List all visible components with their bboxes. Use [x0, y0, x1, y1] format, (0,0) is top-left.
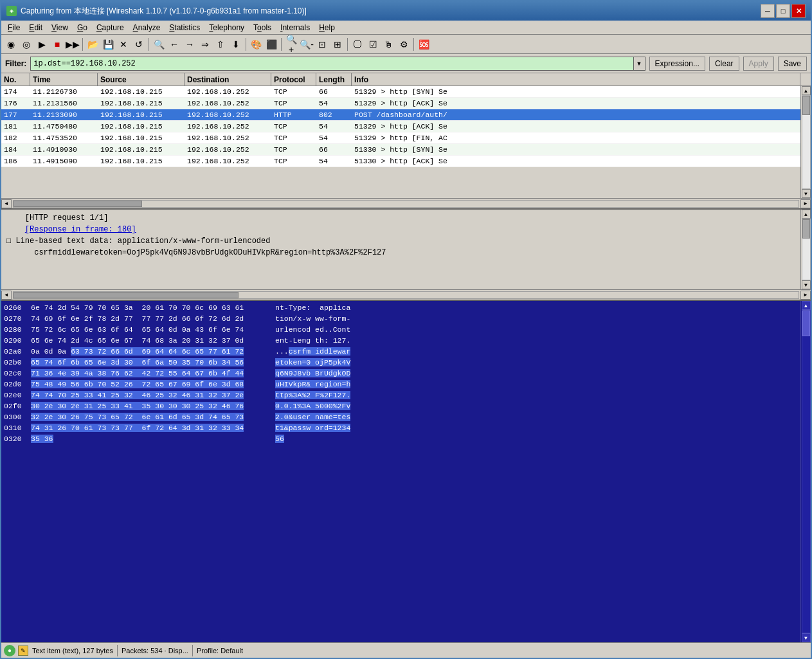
cell-source: 192.168.10.215	[98, 144, 185, 155]
hscroll-left[interactable]: ◄	[1, 199, 12, 208]
menu-telephony[interactable]: Telephony	[205, 22, 248, 33]
col-header-proto[interactable]: Protocol	[271, 73, 316, 86]
main-window: ◈ Capturing from 本地连接 [Wireshark 1.10.7 …	[0, 0, 812, 659]
tb-colorize-rules[interactable]: 🖱	[381, 37, 395, 51]
table-row[interactable]: 177 11.2133090 192.168.10.215 192.168.10…	[1, 109, 800, 121]
line-based-data-line[interactable]: □ Line-based text data: application/x-ww…	[6, 235, 795, 247]
filter-dropdown-arrow[interactable]: ▼	[634, 57, 645, 71]
tb-open[interactable]: 📂	[86, 37, 100, 51]
hex-scroll-track[interactable]	[802, 310, 811, 633]
table-row[interactable]: 176 11.2131560 192.168.10.215 192.168.10…	[1, 98, 800, 109]
detail-hscroll[interactable]: ◄ ►	[1, 289, 811, 300]
packet-scrollbar[interactable]: ▲ ▼	[800, 86, 811, 198]
cell-length: 54	[316, 121, 352, 132]
tb-autoscroll[interactable]: ⬛	[264, 37, 278, 51]
response-frame-link[interactable]: [Response in frame: 180]	[6, 224, 795, 235]
scroll-thumb[interactable]	[802, 96, 810, 115]
col-header-no[interactable]: No.	[1, 73, 30, 86]
table-row[interactable]: 186 11.4915090 192.168.10.215 192.168.10…	[1, 156, 800, 167]
hex-offset: 02c0	[4, 369, 31, 377]
hex-scroll-up[interactable]: ▲	[802, 301, 811, 310]
detail-scroll-thumb[interactable]	[802, 219, 810, 239]
maximize-button[interactable]: □	[776, 4, 790, 18]
apply-button[interactable]: Apply	[743, 57, 774, 71]
tb-save[interactable]: 💾	[101, 37, 115, 51]
detail-hscroll-right[interactable]: ►	[800, 291, 811, 300]
tb-reload[interactable]: ↺	[132, 37, 146, 51]
cell-source: 192.168.10.215	[98, 132, 185, 143]
hscroll-track[interactable]	[13, 200, 799, 208]
tb-start[interactable]: ▶	[35, 37, 49, 51]
col-header-info[interactable]: Info	[352, 73, 800, 86]
tb-close[interactable]: ✕	[116, 37, 131, 51]
tb-colorize[interactable]: 🎨	[249, 37, 263, 51]
tb-goto[interactable]: ⇒	[198, 37, 212, 51]
tb-find[interactable]: 🔍	[152, 37, 166, 51]
tb-interfaces[interactable]: ◉	[4, 37, 18, 51]
table-row[interactable]: 182 11.4753520 192.168.10.215 192.168.10…	[1, 132, 800, 144]
minimize-button[interactable]: ─	[761, 4, 775, 18]
tb-help[interactable]: 🆘	[417, 37, 431, 51]
tb-restart[interactable]: ▶▶	[66, 37, 80, 51]
menu-analyze[interactable]: Analyze	[129, 22, 165, 33]
col-header-source[interactable]: Source	[98, 73, 185, 86]
tb-bottom[interactable]: ⬇	[229, 37, 243, 51]
cell-time: 11.2131560	[30, 98, 98, 109]
save-button[interactable]: Save	[778, 57, 807, 71]
scroll-track[interactable]	[802, 95, 811, 189]
tb-stop[interactable]: ■	[50, 37, 64, 51]
hex-row: 0280 75 72 6c 65 6e 63 6f 64 65 64 0d 0a…	[4, 324, 798, 335]
menu-help[interactable]: Help	[315, 22, 339, 33]
detail-scroll-up[interactable]: ▲	[802, 210, 811, 219]
tb-options[interactable]: ◎	[19, 37, 33, 51]
scroll-up-arrow[interactable]: ▲	[802, 86, 811, 95]
detail-hscroll-thumb[interactable]	[14, 292, 239, 298]
status-profile: Profile: Default	[197, 647, 243, 654]
detail-scroll-track[interactable]	[802, 219, 811, 280]
hex-row: 02b0 65 74 6f 6b 65 6e 3d 30 6f 6a 50 35…	[4, 357, 798, 368]
menu-statistics[interactable]: Statistics	[165, 22, 204, 33]
tb-prefs[interactable]: ⚙	[397, 37, 411, 51]
tb-capture-filter[interactable]: 🖵	[350, 37, 365, 51]
menu-go[interactable]: Go	[73, 22, 91, 33]
scroll-down-arrow[interactable]: ▼	[802, 189, 811, 198]
menu-edit[interactable]: Edit	[25, 22, 46, 33]
col-header-dest[interactable]: Destination	[185, 73, 271, 86]
hex-scroll-down[interactable]: ▼	[802, 633, 811, 642]
cell-info: 51329 > http [ACK] Se	[352, 121, 800, 132]
tb-zoom-normal[interactable]: ⊡	[315, 37, 329, 51]
cell-length: 54	[316, 156, 352, 167]
filter-input[interactable]	[30, 57, 633, 71]
tb-next[interactable]: →	[183, 37, 197, 51]
detail-scrollbar[interactable]: ▲ ▼	[800, 210, 811, 289]
table-row[interactable]: 174 11.2126730 192.168.10.215 192.168.10…	[1, 86, 800, 98]
tb-prev[interactable]: ←	[167, 37, 181, 51]
packet-hscroll[interactable]: ◄ ►	[1, 198, 811, 208]
detail-hscroll-left[interactable]: ◄	[1, 291, 12, 300]
tb-top[interactable]: ⇧	[213, 37, 228, 51]
table-row[interactable]: 184 11.4910930 192.168.10.215 192.168.10…	[1, 144, 800, 156]
col-header-length[interactable]: Length	[316, 73, 352, 86]
col-header-time[interactable]: Time	[30, 73, 98, 86]
cell-info: 51329 > http [ACK] Se	[352, 98, 800, 109]
detail-hscroll-track[interactable]	[13, 291, 799, 299]
cell-protocol: TCP	[271, 98, 316, 109]
menu-tools[interactable]: Tools	[249, 22, 275, 33]
tb-zoom-in[interactable]: 🔍+	[284, 37, 298, 51]
table-row[interactable]: 181 11.4750480 192.168.10.215 192.168.10…	[1, 121, 800, 132]
menu-file[interactable]: File	[4, 22, 24, 33]
detail-scroll-down[interactable]: ▼	[802, 280, 811, 289]
menu-internals[interactable]: Internals	[276, 22, 314, 33]
hscroll-thumb[interactable]	[14, 201, 142, 207]
tb-display-filter[interactable]: ☑	[366, 37, 380, 51]
close-button[interactable]: ✕	[791, 4, 806, 18]
clear-button[interactable]: Clear	[709, 57, 739, 71]
expression-button[interactable]: Expression...	[649, 57, 705, 71]
menu-view[interactable]: View	[48, 22, 72, 33]
hscroll-right[interactable]: ►	[800, 199, 811, 208]
hex-scroll-thumb[interactable]	[802, 311, 810, 336]
menu-capture[interactable]: Capture	[93, 22, 128, 33]
tb-resize-cols[interactable]: ⊞	[330, 37, 345, 51]
tb-zoom-out[interactable]: 🔍-	[300, 37, 314, 51]
hex-scrollbar[interactable]: ▲ ▼	[800, 301, 811, 642]
